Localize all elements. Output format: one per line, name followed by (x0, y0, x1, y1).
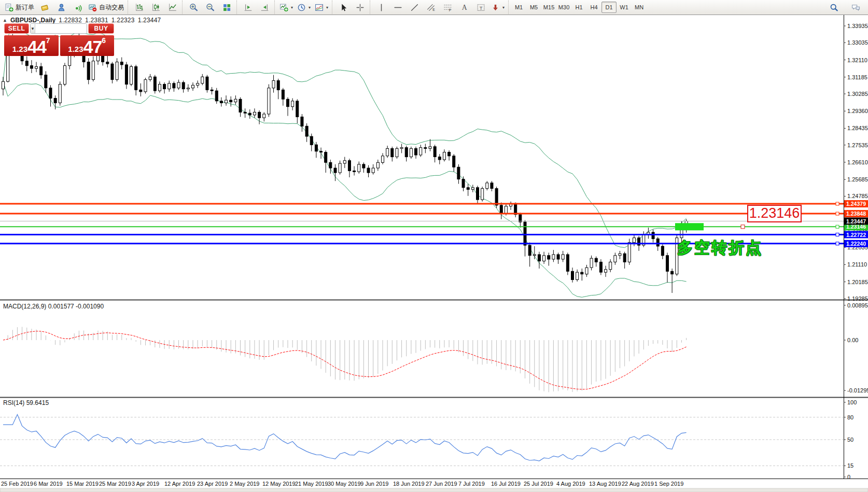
chart-profile-icon (40, 3, 49, 12)
svg-text:1.33035: 1.33035 (847, 39, 868, 46)
svg-text:1 Sep 2019: 1 Sep 2019 (654, 481, 683, 487)
bars-icon (135, 3, 144, 12)
turning-point-annotation[interactable]: 多空转折点 (677, 237, 763, 259)
tf-m1-button-label: M1 (515, 4, 523, 10)
sell-price-big: 44 (27, 38, 46, 55)
tf-m15-button[interactable]: M15 (541, 2, 556, 13)
signals-button[interactable] (69, 1, 86, 13)
tf-h4-button[interactable]: H4 (586, 2, 601, 13)
sell-price-prefix: 1.23 (12, 44, 27, 55)
candlestick-series (2, 29, 688, 293)
new-order-button[interactable]: 新订单 (3, 1, 36, 13)
arrows-button[interactable]: ▾ (489, 1, 507, 13)
vline-button[interactable] (373, 1, 389, 13)
text-button[interactable]: A (456, 1, 472, 13)
hline-icon (394, 3, 402, 12)
indicators-button[interactable]: ▾ (277, 1, 295, 13)
sell-button[interactable]: SELL (4, 23, 29, 34)
volume-stepper: ▼ ▲ (30, 23, 87, 34)
vline-icon (377, 3, 386, 12)
callout-anchor[interactable] (741, 225, 745, 229)
search-button[interactable] (825, 1, 842, 13)
svg-text:1.30285: 1.30285 (847, 91, 868, 97)
svg-text:E: E (432, 8, 435, 11)
tf-m5-button[interactable]: M5 (526, 2, 541, 13)
svg-text:1.28435: 1.28435 (847, 125, 868, 131)
cursor-button[interactable] (335, 1, 352, 13)
market-watch-button[interactable] (53, 1, 69, 13)
buy-price-prefix: 1.23 (68, 44, 83, 55)
line-chart-button[interactable] (164, 1, 180, 13)
channel-icon: E (427, 3, 436, 12)
zoom-in-icon (189, 3, 198, 12)
channel-button[interactable]: E (423, 1, 439, 13)
sell-price-tile[interactable]: 1.23447 (4, 35, 59, 56)
templates-button[interactable]: ▾ (313, 1, 330, 13)
label-icon: T (477, 3, 485, 12)
fibonacci-button[interactable]: F (439, 1, 456, 13)
level-anchor[interactable] (836, 233, 839, 236)
volume-input[interactable] (35, 24, 87, 33)
main-toolbar: 新订单自动交易▾▾▾EFAT▾M1M5M15M30H1H4D1W1MN (0, 0, 868, 15)
auto-scroll-icon (260, 3, 269, 12)
zoom-out-icon (206, 3, 215, 12)
highlight-zone[interactable] (675, 223, 704, 230)
price-level-callout[interactable]: 1.23146 (747, 205, 802, 222)
periods-button[interactable]: ▾ (295, 1, 313, 13)
tf-h1-button[interactable]: H1 (571, 2, 586, 13)
trendline-button[interactable] (406, 1, 423, 13)
collapse-arrow-icon[interactable]: ▲ (3, 18, 7, 23)
macd-indicator-label: MACD(12,26,9) 0.001577 -0.001090 (3, 303, 104, 310)
svg-text:1.19285: 1.19285 (847, 296, 868, 302)
tf-d1-button[interactable]: D1 (601, 2, 617, 13)
arrows-icon (491, 3, 500, 12)
profiles-button[interactable] (36, 1, 53, 13)
svg-text:1.26610: 1.26610 (847, 159, 868, 165)
level-anchor[interactable] (836, 242, 839, 245)
zoom-out-button[interactable] (202, 1, 218, 13)
buy-button[interactable]: BUY (88, 23, 114, 34)
tf-m30-button-label: M30 (558, 4, 569, 10)
svg-text:1.23447: 1.23447 (846, 218, 866, 224)
tf-h4-button-label: H4 (591, 4, 598, 10)
chart-window[interactable]: 1.339351.330351.321101.311851.302851.293… (0, 0, 868, 492)
tf-m30-button[interactable]: M30 (556, 2, 571, 13)
level-anchor[interactable] (836, 202, 839, 205)
auto-scroll-button[interactable] (256, 1, 273, 13)
hline-button[interactable] (389, 1, 406, 13)
svg-text:25 Jul 2019: 25 Jul 2019 (524, 481, 553, 487)
buy-price-tile[interactable]: 1.23476 (60, 35, 115, 56)
rsi-pane (0, 415, 844, 466)
dropdown-arrow-icon: ▾ (309, 5, 311, 10)
volume-decrease-button[interactable]: ▼ (31, 24, 35, 33)
level-anchor[interactable] (836, 225, 839, 228)
chart-shift-icon (244, 3, 253, 12)
svg-text:4 Aug 2019: 4 Aug 2019 (556, 481, 585, 487)
tf-m1-button[interactable]: M1 (511, 2, 526, 13)
tile-windows-button[interactable] (218, 1, 235, 13)
tf-mn-button[interactable]: MN (632, 2, 647, 13)
auto-trading-button[interactable]: 自动交易 (86, 1, 126, 13)
svg-text:6 Mar 2019: 6 Mar 2019 (34, 481, 63, 487)
svg-text:1.32110: 1.32110 (847, 57, 867, 63)
crosshair-button[interactable] (352, 1, 368, 13)
dropdown-arrow-icon: ▾ (326, 5, 328, 10)
label-button[interactable]: T (472, 1, 489, 13)
chart-shift-button[interactable] (240, 1, 256, 13)
svg-text:0: 0 (847, 474, 850, 480)
tf-m15-button-label: M15 (543, 4, 554, 10)
tf-h1-button-label: H1 (576, 4, 583, 10)
clock-icon (297, 3, 306, 12)
ohlc-open: 1.22832 (59, 17, 82, 24)
date-axis: 25 Feb 20196 Mar 201915 Mar 201925 Mar 2… (1, 481, 683, 487)
zoom-in-button[interactable] (185, 1, 202, 13)
chat-button[interactable] (847, 1, 864, 13)
tf-w1-button[interactable]: W1 (617, 2, 632, 13)
svg-text:30 May 2019: 30 May 2019 (328, 481, 361, 487)
bar-chart-button[interactable] (131, 1, 147, 13)
svg-text:1.27535: 1.27535 (847, 142, 868, 148)
level-anchor[interactable] (836, 212, 839, 215)
toolbar-group (332, 1, 370, 14)
toolbar-group: 新订单自动交易 (0, 1, 128, 14)
candle-chart-button[interactable] (147, 1, 164, 13)
